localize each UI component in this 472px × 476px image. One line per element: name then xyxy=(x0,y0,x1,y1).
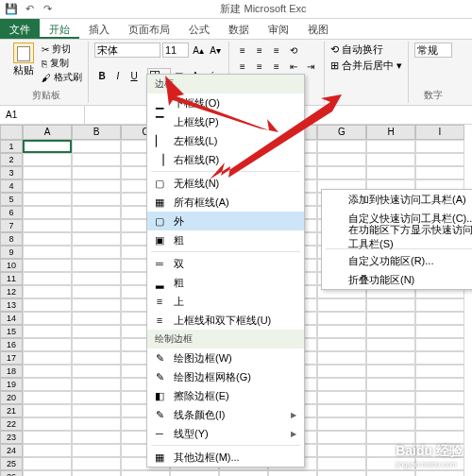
cell[interactable] xyxy=(23,470,72,476)
row-header[interactable]: 22 xyxy=(0,417,23,431)
cell[interactable] xyxy=(317,391,366,404)
cell[interactable] xyxy=(72,365,121,378)
row-header[interactable]: 23 xyxy=(0,431,23,444)
cell[interactable] xyxy=(72,140,121,153)
cell[interactable] xyxy=(415,378,464,391)
cell[interactable] xyxy=(415,325,464,338)
col-header[interactable]: H xyxy=(366,125,415,140)
cell[interactable] xyxy=(72,338,121,351)
cell[interactable] xyxy=(23,193,72,206)
tab-file[interactable]: 文件 xyxy=(0,19,40,39)
paste-button[interactable]: 粘贴 xyxy=(9,42,38,84)
cell[interactable] xyxy=(366,166,415,179)
cell[interactable] xyxy=(23,298,72,312)
col-header[interactable]: G xyxy=(317,125,366,140)
cell[interactable] xyxy=(366,325,415,338)
tab-formula[interactable]: 公式 xyxy=(179,19,219,39)
cell[interactable] xyxy=(415,153,464,166)
cell[interactable] xyxy=(415,338,464,351)
cell[interactable] xyxy=(317,325,366,338)
align-middle-icon[interactable]: ≡ xyxy=(252,42,267,58)
cell[interactable] xyxy=(23,259,72,272)
menu-item-collapse-ribbon[interactable]: 折叠功能区(N) xyxy=(322,270,472,289)
copy-button[interactable]: ⎘ 复制 xyxy=(42,57,82,70)
cell[interactable] xyxy=(317,166,366,179)
cell[interactable] xyxy=(23,246,72,259)
menu-item-no-border[interactable]: ▢无框线(N) xyxy=(147,174,304,193)
row-header[interactable]: 5 xyxy=(0,193,23,206)
name-box[interactable]: A1 xyxy=(0,106,85,124)
cell[interactable] xyxy=(72,298,121,312)
cell[interactable] xyxy=(317,470,366,476)
col-header[interactable]: A xyxy=(23,125,72,140)
cell[interactable] xyxy=(23,272,72,285)
tab-view[interactable]: 视图 xyxy=(298,19,338,39)
row-header[interactable]: 25 xyxy=(0,457,23,470)
redo-icon[interactable]: ↷ xyxy=(40,2,55,17)
cell[interactable] xyxy=(366,431,415,444)
cell[interactable] xyxy=(72,351,121,365)
cell[interactable] xyxy=(23,179,72,193)
row-header[interactable]: 3 xyxy=(0,166,23,179)
menu-item-custom-ribbon[interactable]: 自定义功能区(R)... xyxy=(322,251,472,270)
menu-item-erase-border[interactable]: ◧擦除边框(E) xyxy=(147,386,304,405)
row-header[interactable]: 8 xyxy=(0,232,23,246)
cell[interactable] xyxy=(72,232,121,246)
cell[interactable] xyxy=(72,246,121,259)
cell[interactable] xyxy=(366,404,415,417)
cell[interactable] xyxy=(72,378,121,391)
row-header[interactable]: 11 xyxy=(0,272,23,285)
cell[interactable] xyxy=(72,417,121,431)
cell[interactable] xyxy=(366,391,415,404)
cell[interactable] xyxy=(72,193,121,206)
cell[interactable] xyxy=(23,365,72,378)
tab-insert[interactable]: 插入 xyxy=(79,19,119,39)
menu-item-all-borders[interactable]: ▦所有框线(A) xyxy=(147,193,304,212)
menu-item-draw-grid[interactable]: ✎绘图边框网格(G) xyxy=(147,367,304,386)
cell[interactable] xyxy=(317,312,366,325)
menu-item-right-border[interactable]: ▕右框线(R) xyxy=(147,150,304,169)
cell[interactable] xyxy=(317,417,366,431)
cell[interactable] xyxy=(23,417,72,431)
align-left-icon[interactable]: ≡ xyxy=(235,59,250,74)
bold-button[interactable]: B xyxy=(94,68,110,83)
row-header[interactable]: 15 xyxy=(0,325,23,338)
cell[interactable] xyxy=(23,431,72,444)
cell[interactable] xyxy=(415,417,464,431)
cell[interactable] xyxy=(317,378,366,391)
menu-item-thick-border[interactable]: ▣粗 xyxy=(147,230,304,249)
cell[interactable] xyxy=(219,470,268,476)
row-header[interactable]: 1 xyxy=(0,140,23,153)
align-right-icon[interactable]: ≡ xyxy=(269,59,284,74)
cell[interactable] xyxy=(72,312,121,325)
menu-item-show-below[interactable]: 在功能区下方显示快速访问工具栏(S) xyxy=(322,228,472,246)
cell[interactable] xyxy=(72,166,121,179)
cell[interactable] xyxy=(23,312,72,325)
align-center-icon[interactable]: ≡ xyxy=(252,59,267,74)
row-header[interactable]: 16 xyxy=(0,338,23,351)
cell[interactable] xyxy=(23,457,72,470)
cell[interactable] xyxy=(366,417,415,431)
cell[interactable] xyxy=(72,259,121,272)
underline-button[interactable]: U xyxy=(126,68,142,83)
cell[interactable] xyxy=(23,140,72,153)
orientation-icon[interactable]: ⟲ xyxy=(286,42,301,58)
row-header[interactable]: 7 xyxy=(0,219,23,232)
indent-right-icon[interactable]: ⇥ xyxy=(303,59,318,74)
row-header[interactable]: 4 xyxy=(0,179,23,193)
cell[interactable] xyxy=(317,457,366,470)
cell[interactable] xyxy=(415,298,464,312)
menu-item-left-border[interactable]: ▏左框线(L) xyxy=(147,131,304,150)
row-header[interactable]: 26 xyxy=(0,470,23,476)
row-header[interactable]: 2 xyxy=(0,153,23,166)
row-header[interactable]: 13 xyxy=(0,298,23,312)
row-header[interactable]: 17 xyxy=(0,351,23,365)
row-header[interactable]: 24 xyxy=(0,444,23,457)
row-header[interactable]: 18 xyxy=(0,365,23,378)
save-icon[interactable]: 💾 xyxy=(4,2,19,17)
col-header[interactable]: B xyxy=(72,125,121,140)
cell[interactable] xyxy=(72,431,121,444)
cell[interactable] xyxy=(415,312,464,325)
cell[interactable] xyxy=(415,351,464,365)
row-header[interactable]: 20 xyxy=(0,391,23,404)
